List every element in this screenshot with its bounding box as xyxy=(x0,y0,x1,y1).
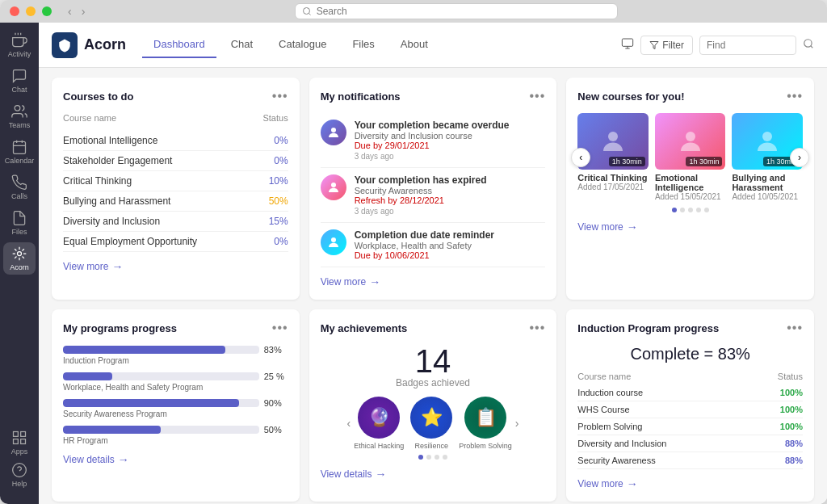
course-status: 50% xyxy=(269,195,288,207)
induction-row: Security Awareness 88% xyxy=(577,452,803,469)
filter-icon xyxy=(649,40,659,50)
courses-card-menu[interactable]: ••• xyxy=(272,89,288,103)
course-thumb-date: Added 10/05/2021 xyxy=(732,192,803,201)
app-name: Acorn xyxy=(84,36,126,53)
badge-resilience: ⭐ xyxy=(410,397,452,439)
sidebar-item-apps[interactable]: Apps xyxy=(3,426,36,459)
shield-icon xyxy=(57,38,72,52)
badge-dot[interactable] xyxy=(426,455,431,460)
badge-dot[interactable] xyxy=(443,455,447,460)
achievements-card-menu[interactable]: ••• xyxy=(530,321,546,335)
achievements-view-details[interactable]: View details → xyxy=(321,468,546,481)
find-input[interactable] xyxy=(699,36,796,55)
sidebar: Activity Chat Teams Calendar xyxy=(0,23,39,504)
carousel-next-button[interactable]: › xyxy=(790,148,809,167)
minimize-button[interactable] xyxy=(26,6,36,16)
carousel-dots xyxy=(577,208,803,212)
sidebar-item-acorn-label: Acorn xyxy=(10,263,29,271)
induction-card-header: Induction Program progress ••• xyxy=(577,321,803,335)
present-button[interactable] xyxy=(621,37,634,52)
programs-card-menu[interactable]: ••• xyxy=(272,321,288,335)
notif-content: Completion due date reminder Workplace, … xyxy=(355,229,546,260)
notif-sub: Security Awareness xyxy=(355,186,546,195)
course-row: Critical Thinking 10% xyxy=(63,171,288,191)
header-search-icon xyxy=(803,38,814,49)
notifications-list: Your completion became overdue Diversity… xyxy=(321,113,546,267)
course-thumb-image: 1h 30min xyxy=(655,113,726,170)
thumb-person-icon xyxy=(753,127,782,156)
sidebar-item-chat[interactable]: Chat xyxy=(3,65,36,97)
nav-chat[interactable]: Chat xyxy=(220,32,264,58)
filter-button[interactable]: Filter xyxy=(640,36,693,55)
new-courses-view-more[interactable]: View more → xyxy=(577,220,803,233)
program-label: Induction Program xyxy=(63,356,288,365)
carousel-dot[interactable] xyxy=(680,208,685,212)
badge-ethical-hacking: 🔮 xyxy=(358,397,400,439)
carousel-dot[interactable] xyxy=(672,208,677,212)
sidebar-item-teams[interactable]: Teams xyxy=(3,100,36,132)
activity-icon xyxy=(11,32,27,48)
notif-card-menu[interactable]: ••• xyxy=(530,89,546,103)
thumb-person-icon xyxy=(598,127,628,156)
badge-dot[interactable] xyxy=(434,455,439,460)
notif-card-title: My notifications xyxy=(321,90,401,103)
new-courses-title: New courses for you! xyxy=(577,90,684,103)
badges-prev-button[interactable]: ‹ xyxy=(347,417,351,430)
induction-col-name: Course name xyxy=(577,372,631,381)
programs-view-details[interactable]: View details → xyxy=(63,453,288,466)
svg-point-23 xyxy=(331,237,336,242)
apps-icon xyxy=(11,430,27,446)
nav-files[interactable]: Files xyxy=(341,32,385,58)
new-courses-menu[interactable]: ••• xyxy=(787,89,803,103)
svg-point-4 xyxy=(15,106,20,111)
sidebar-item-activity[interactable]: Activity xyxy=(3,29,36,61)
notif-title: Your completion has expired xyxy=(355,174,546,186)
courses-view-more[interactable]: View more → xyxy=(63,260,288,273)
calls-icon xyxy=(11,174,27,191)
nav-catalogue[interactable]: Catalogue xyxy=(267,32,338,58)
maximize-button[interactable] xyxy=(42,6,52,16)
title-search-input[interactable] xyxy=(317,6,611,17)
notif-view-more[interactable]: View more → xyxy=(321,275,546,288)
carousel-dot[interactable] xyxy=(696,208,701,212)
close-button[interactable] xyxy=(10,6,19,16)
carousel-dot[interactable] xyxy=(704,208,709,212)
badge-item: 🔮 Ethical Hacking xyxy=(354,397,404,450)
app-logo: Acorn xyxy=(52,32,126,58)
program-row: 25 % Workplace, Health and Safety Progra… xyxy=(63,372,288,392)
carousel-prev-button[interactable]: ‹ xyxy=(571,148,590,167)
sidebar-item-help[interactable]: Help xyxy=(3,459,36,491)
sidebar-item-calendar[interactable]: Calendar xyxy=(3,136,36,168)
courses-card-header: Courses to do ••• xyxy=(63,89,288,103)
back-button[interactable]: ‹ xyxy=(65,3,75,19)
notif-time: 3 days ago xyxy=(355,152,546,161)
sidebar-item-acorn[interactable]: Acorn xyxy=(3,242,36,275)
sidebar-item-files[interactable]: Files xyxy=(3,207,36,239)
chat-icon xyxy=(11,68,27,84)
title-search-bar[interactable] xyxy=(295,3,618,19)
course-status: 15% xyxy=(269,216,288,227)
carousel-dot[interactable] xyxy=(688,208,693,212)
view-more-arrow: → xyxy=(369,275,380,288)
induction-view-more[interactable]: View more → xyxy=(577,477,803,490)
program-bar xyxy=(63,426,161,434)
induction-table-header: Course name Status xyxy=(577,372,803,381)
sidebar-item-calls[interactable]: Calls xyxy=(3,171,36,204)
notif-title: Completion due date reminder xyxy=(355,229,546,241)
nav-about[interactable]: About xyxy=(389,32,439,58)
badge-dot[interactable] xyxy=(418,455,423,460)
induction-card-menu[interactable]: ••• xyxy=(787,321,803,335)
course-status: 0% xyxy=(274,135,288,146)
notif-avatar xyxy=(321,120,346,145)
course-duration: 1h 30min xyxy=(686,157,722,166)
nav-dashboard[interactable]: Dashboard xyxy=(142,32,216,58)
view-more-arrow: → xyxy=(627,220,638,233)
header-search-button[interactable] xyxy=(803,38,814,52)
forward-button[interactable]: › xyxy=(78,3,89,19)
badge-label: Resilience xyxy=(414,442,448,450)
app-nav: Dashboard Chat Catalogue Files About xyxy=(142,32,621,58)
achievements-card-title: My achievements xyxy=(321,322,408,334)
course-thumb-name: Bullying and Harassment xyxy=(732,173,803,192)
app-container: Activity Chat Teams Calendar xyxy=(0,23,827,504)
badges-next-button[interactable]: › xyxy=(515,417,519,430)
